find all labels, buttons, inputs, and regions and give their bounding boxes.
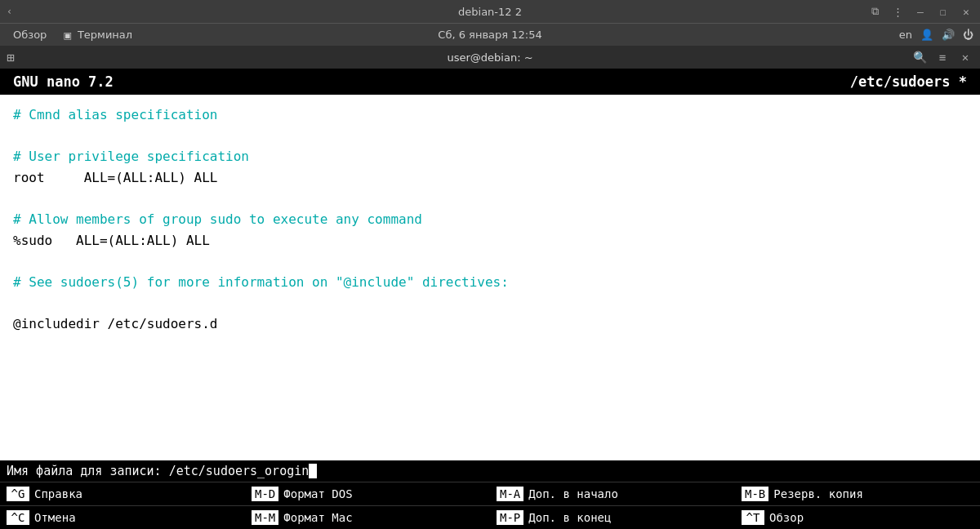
title-bar-right: ⧉ ⋮ — ☐ ✕: [867, 4, 973, 19]
language-indicator[interactable]: en: [899, 29, 912, 41]
minimize-icon[interactable]: —: [913, 4, 928, 19]
help-item-ctrl-c[interactable]: ^C Отмена: [0, 505, 245, 529]
back-icon[interactable]: ‹: [7, 6, 12, 17]
key-ctrl-t: ^T: [742, 510, 764, 525]
nano-version: GNU nano 7.2: [13, 73, 114, 90]
line-4: root ALL=(ALL:ALL) ALL: [13, 167, 967, 189]
cursor-indicator: [309, 464, 317, 478]
desc-ctrl-t: Обзор: [769, 511, 804, 524]
title-bar: ‹ debian-12 2 ⧉ ⋮ — ☐ ✕: [0, 0, 980, 23]
desc-m-b: Резерв. копия: [773, 487, 863, 500]
terminal-icon: ▣: [63, 30, 71, 41]
help-bar: ^G Справка M-D Формат DOS M-A Доп. в нач…: [0, 482, 980, 529]
close-tab-icon[interactable]: ✕: [957, 49, 973, 65]
desc-ctrl-c: Отмена: [34, 511, 76, 524]
editor-area[interactable]: # Cmnd alias specification # User privil…: [0, 95, 980, 460]
key-ctrl-c: ^C: [7, 510, 29, 525]
key-m-d: M-D: [252, 487, 278, 501]
status-bar: Имя файла для записи: /etc/sudoers_orogi…: [0, 460, 980, 482]
line-10: [13, 292, 967, 313]
nano-filename: /etc/sudoers *: [850, 73, 967, 90]
help-item-ctrl-t[interactable]: ^T Обзор: [735, 505, 980, 529]
key-m-b: M-B: [742, 487, 768, 501]
line-6: # Allow members of group sudo to execute…: [13, 209, 967, 230]
tab-bar: ⊞ user@debian: ~ 🔍 ≡ ✕: [0, 46, 980, 69]
menu-item-terminal-label: Терминал: [78, 29, 132, 41]
help-item-m-m[interactable]: M-M Формат Mac: [245, 505, 490, 529]
status-label: Имя файла для записи:: [7, 464, 169, 478]
new-tab-button[interactable]: ⊞: [7, 50, 15, 65]
tab-bar-right: 🔍 ≡ ✕: [911, 49, 973, 65]
menu-item-terminal[interactable]: ▣ Терминал: [56, 27, 139, 42]
line-2: [13, 126, 967, 147]
help-item-m-a[interactable]: M-A Доп. в начало: [490, 482, 735, 505]
status-value: /etc/sudoers_orogin: [169, 464, 310, 478]
key-ctrl-g: ^G: [7, 487, 29, 501]
clock: Сб, 6 января 12:54: [438, 29, 541, 41]
desc-ctrl-g: Справка: [34, 487, 82, 500]
menu-bar: Обзор ▣ Терминал Сб, 6 января 12:54 en 👤…: [0, 23, 980, 46]
line-11: @includedir /etc/sudoers.d: [13, 313, 967, 335]
help-item-ctrl-g[interactable]: ^G Справка: [0, 482, 245, 505]
window-title: debian-12 2: [458, 6, 522, 18]
hamburger-icon[interactable]: ≡: [934, 49, 951, 65]
restore-icon[interactable]: ⧉: [867, 4, 882, 19]
menu-item-overview[interactable]: Обзор: [7, 27, 53, 42]
line-5: [13, 188, 967, 209]
desc-m-m: Формат Mac: [283, 511, 352, 524]
maximize-icon[interactable]: ☐: [936, 4, 951, 19]
help-item-m-d[interactable]: M-D Формат DOS: [245, 482, 490, 505]
desc-m-a: Доп. в начало: [528, 487, 618, 500]
tab-title: user@debian: ~: [447, 51, 532, 64]
line-8: [13, 251, 967, 272]
system-tray: en 👤 🔊 ⏻: [899, 29, 973, 41]
line-1: # Cmnd alias specification: [13, 104, 967, 126]
help-item-m-b[interactable]: M-B Резерв. копия: [735, 482, 980, 505]
key-m-p: M-P: [497, 510, 523, 525]
desc-m-d: Формат DOS: [283, 487, 352, 500]
nano-header: GNU nano 7.2 /etc/sudoers *: [0, 69, 980, 95]
power-icon[interactable]: ⏻: [963, 29, 973, 41]
menu-icon[interactable]: ⋮: [890, 4, 905, 19]
title-bar-left: ‹: [7, 6, 12, 17]
search-icon[interactable]: 🔍: [911, 49, 928, 65]
line-7: %sudo ALL=(ALL:ALL) ALL: [13, 230, 967, 251]
user-icon[interactable]: 👤: [920, 29, 933, 41]
key-m-a: M-A: [497, 487, 523, 501]
close-icon[interactable]: ✕: [959, 4, 973, 19]
line-3: # User privilege specification: [13, 146, 967, 167]
desc-m-p: Доп. в конец: [528, 511, 611, 524]
help-item-m-p[interactable]: M-P Доп. в конец: [490, 505, 735, 529]
key-m-m: M-M: [252, 510, 278, 525]
line-9: # See sudoers(5) for more information on…: [13, 272, 967, 293]
volume-icon[interactable]: 🔊: [942, 29, 955, 41]
